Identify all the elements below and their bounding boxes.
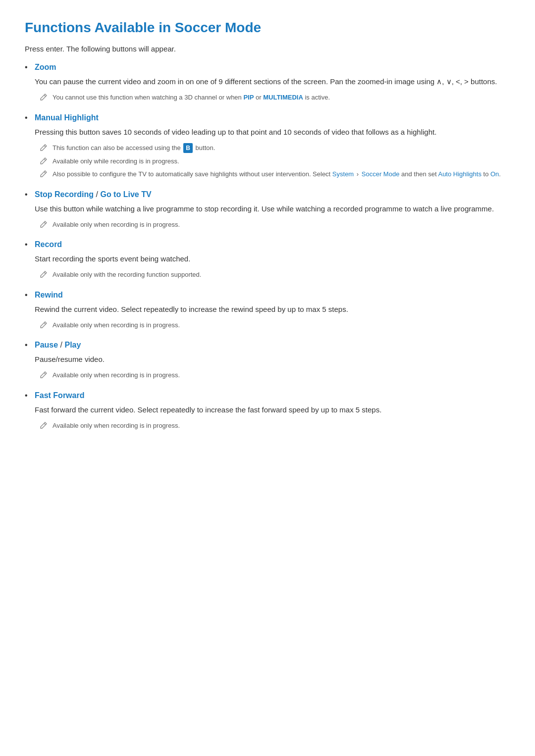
item-title-zoom: Zoom — [35, 63, 510, 72]
soccer-mode-link[interactable]: Soccer Mode — [362, 170, 400, 178]
rec-note-1-text: Available only with the recording functi… — [53, 270, 510, 280]
mh-note-3: Also possible to configure the TV to aut… — [40, 169, 510, 179]
list-item-manual-highlight: Manual Highlight Pressing this button sa… — [25, 113, 510, 179]
fast-forward-link[interactable]: Fast Forward — [35, 391, 84, 400]
stop-recording-link[interactable]: Stop Recording — [35, 190, 94, 199]
rew-note-1: Available only when recording is in prog… — [40, 320, 510, 330]
item-body-manual-highlight: Pressing this button saves 10 seconds of… — [35, 126, 510, 138]
page-title: Functions Available in Soccer Mode — [25, 20, 510, 36]
manual-highlight-link[interactable]: Manual Highlight — [35, 113, 99, 122]
pencil-icon-rew1 — [40, 321, 49, 330]
item-body-rewind: Rewind the current video. Select repeate… — [35, 303, 510, 315]
record-notes: Available only with the recording functi… — [35, 270, 510, 280]
mh-note-2: Available only while recording is in pro… — [40, 156, 510, 166]
pencil-icon-mh1 — [40, 144, 49, 152]
pencil-icon-rec1 — [40, 270, 49, 279]
mh-note-2-text: Available only while recording is in pro… — [53, 156, 510, 166]
list-item-zoom: Zoom You can pause the current video and… — [25, 63, 510, 102]
go-to-live-tv-link[interactable]: Go to Live TV — [100, 190, 151, 199]
rew-note-1-text: Available only when recording is in prog… — [53, 320, 510, 330]
zoom-link[interactable]: Zoom — [35, 63, 56, 71]
pause-link[interactable]: Pause — [35, 341, 58, 349]
pp-note-1-text: Available only when recording is in prog… — [53, 370, 510, 380]
item-title-stop-recording: Stop Recording / Go to Live TV — [35, 190, 510, 199]
stop-recording-notes: Available only when recording is in prog… — [35, 220, 510, 230]
item-body-stop-recording: Use this button while watching a live pr… — [35, 203, 510, 215]
list-item-fast-forward: Fast Forward Fast forward the current vi… — [25, 391, 510, 431]
item-title-fast-forward: Fast Forward — [35, 391, 510, 400]
on-value: On — [490, 170, 499, 178]
list-item-pause-play: Pause / Play Pause/resume video. Availab… — [25, 341, 510, 380]
item-title-rewind: Rewind — [35, 291, 510, 300]
ff-note-1-text: Available only when recording is in prog… — [53, 421, 510, 431]
pause-play-notes: Available only when recording is in prog… — [35, 370, 510, 380]
mh-note-3-text: Also possible to configure the TV to aut… — [53, 169, 510, 179]
pencil-icon-sr1 — [40, 220, 49, 229]
item-body-pause-play: Pause/resume video. — [35, 353, 510, 365]
pencil-icon-ff1 — [40, 421, 49, 430]
list-item-stop-recording: Stop Recording / Go to Live TV Use this … — [25, 190, 510, 230]
zoom-notes: You cannot use this function when watchi… — [35, 93, 510, 102]
mh-note-1: This function can also be accessed using… — [40, 143, 510, 153]
ff-note-1: Available only when recording is in prog… — [40, 421, 510, 431]
auto-highlights-link[interactable]: Auto Highlights — [438, 170, 481, 178]
item-title-pause-play: Pause / Play — [35, 341, 510, 350]
list-item-record: Record Start recording the sports event … — [25, 240, 510, 280]
rec-note-1: Available only with the recording functi… — [40, 270, 510, 280]
pencil-icon-pp1 — [40, 371, 49, 380]
item-body-record: Start recording the sports event being w… — [35, 253, 510, 265]
fast-forward-notes: Available only when recording is in prog… — [35, 421, 510, 431]
item-title-manual-highlight: Manual Highlight — [35, 113, 510, 122]
item-title-record: Record — [35, 240, 510, 249]
list-item-rewind: Rewind Rewind the current video. Select … — [25, 291, 510, 330]
pencil-icon-mh3 — [40, 170, 49, 179]
manual-highlight-notes: This function can also be accessed using… — [35, 143, 510, 179]
rewind-notes: Available only when recording is in prog… — [35, 320, 510, 330]
chevron-icon: › — [357, 169, 359, 179]
item-body-zoom: You can pause the current video and zoom… — [35, 76, 510, 88]
intro-text: Press enter. The following buttons will … — [25, 45, 510, 53]
functions-list: Zoom You can pause the current video and… — [25, 63, 510, 430]
pp-note-1: Available only when recording is in prog… — [40, 370, 510, 380]
record-link[interactable]: Record — [35, 240, 62, 249]
zoom-note-1: You cannot use this function when watchi… — [40, 93, 510, 102]
zoom-note-1-text: You cannot use this function when watchi… — [53, 93, 510, 102]
sr-note-1-text: Available only when recording is in prog… — [53, 220, 510, 230]
play-link[interactable]: Play — [64, 341, 81, 349]
pencil-icon-mh2 — [40, 157, 49, 166]
item-body-fast-forward: Fast forward the current video. Select r… — [35, 404, 510, 416]
system-link[interactable]: System — [332, 170, 354, 178]
mh-note-1-text: This function can also be accessed using… — [53, 143, 510, 153]
pencil-icon — [40, 93, 49, 102]
sr-note-1: Available only when recording is in prog… — [40, 220, 510, 230]
rewind-link[interactable]: Rewind — [35, 291, 63, 299]
